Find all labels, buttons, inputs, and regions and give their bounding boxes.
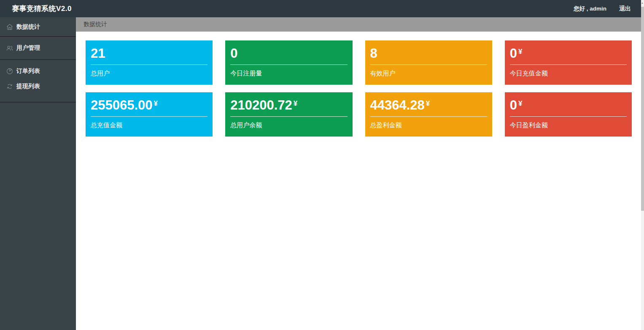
- stat-value: 0: [230, 46, 347, 65]
- scrollbar[interactable]: [641, 0, 644, 330]
- stat-card-total-user-balance: 210200.72¥ 总用户余额: [225, 92, 352, 137]
- stat-value: 21: [91, 46, 207, 65]
- sidebar-item-user-manage[interactable]: 用户管理: [0, 37, 76, 60]
- sidebar-item-label: 订单列表: [16, 67, 40, 75]
- stat-value: 44364.28¥: [370, 97, 487, 117]
- sidebar-item-label: 数据统计: [16, 23, 40, 31]
- scrollbar-thumb[interactable]: [641, 7, 644, 211]
- sidebar: 数据统计 用户管理 订单列表 提现列表: [0, 17, 76, 330]
- stat-value: 255065.00¥: [91, 97, 207, 117]
- sidebar-item-withdraw-list[interactable]: 提现列表: [0, 79, 76, 94]
- stat-card-today-profit: 0¥ 今日盈利金额: [505, 92, 632, 137]
- sidebar-menu: 数据统计 用户管理 订单列表 提现列表: [0, 17, 76, 102]
- pie-chart-icon: [6, 67, 13, 75]
- currency-symbol: ¥: [518, 99, 522, 107]
- breadcrumb: 数据统计: [76, 17, 641, 32]
- stat-cards-grid: 21 总用户 0 今日注册量 8 有效用户 0¥ 今日充值金额 255065.0…: [76, 32, 641, 137]
- stat-card-active-users: 8 有效用户: [365, 40, 492, 85]
- home-icon: [6, 23, 13, 31]
- sidebar-item-label: 用户管理: [16, 44, 40, 52]
- sidebar-item-order-list[interactable]: 订单列表: [0, 64, 76, 79]
- stat-label: 总用户余额: [230, 121, 347, 129]
- user-greeting: 您好 , admin: [574, 5, 606, 13]
- stat-label: 总盈利金额: [370, 121, 487, 129]
- stat-label: 有效用户: [370, 70, 487, 78]
- currency-symbol: ¥: [294, 99, 297, 107]
- stat-label: 今日盈利金额: [510, 121, 627, 129]
- topbar: 赛事竞猜系统V2.0 您好 , admin 退出: [0, 0, 641, 17]
- currency-symbol: ¥: [154, 99, 158, 107]
- stat-value: 0¥: [510, 46, 627, 65]
- refresh-icon: [6, 83, 13, 90]
- app-title: 赛事竞猜系统V2.0: [12, 4, 72, 13]
- topbar-user-area: 您好 , admin 退出: [574, 5, 631, 13]
- main-content: 数据统计 21 总用户 0 今日注册量 8 有效用户 0¥ 今日充值金额 255…: [76, 17, 641, 330]
- stat-label: 今日注册量: [230, 70, 347, 78]
- logout-link[interactable]: 退出: [619, 5, 631, 13]
- stat-label: 总用户: [91, 70, 207, 78]
- sidebar-item-data-stats[interactable]: 数据统计: [0, 17, 76, 37]
- currency-symbol: ¥: [518, 48, 522, 56]
- page-title: 数据统计: [84, 21, 107, 28]
- stat-value: 8: [370, 46, 487, 65]
- stat-card-today-registrations: 0 今日注册量: [225, 40, 352, 85]
- stat-card-total-users: 21 总用户: [86, 40, 213, 85]
- stat-label: 总充值金额: [91, 121, 207, 129]
- scrollbar-up-arrow-icon[interactable]: [641, 2, 643, 4]
- stat-value: 210200.72¥: [230, 97, 347, 117]
- stat-card-total-recharge: 255065.00¥ 总充值金额: [86, 92, 213, 137]
- stat-card-today-recharge: 0¥ 今日充值金额: [505, 40, 632, 85]
- users-icon: [6, 44, 13, 52]
- currency-symbol: ¥: [426, 99, 430, 107]
- sidebar-item-label: 提现列表: [16, 83, 40, 90]
- stat-card-total-profit: 44364.28¥ 总盈利金额: [365, 92, 492, 137]
- stat-label: 今日充值金额: [510, 70, 627, 78]
- stat-value: 0¥: [510, 97, 627, 117]
